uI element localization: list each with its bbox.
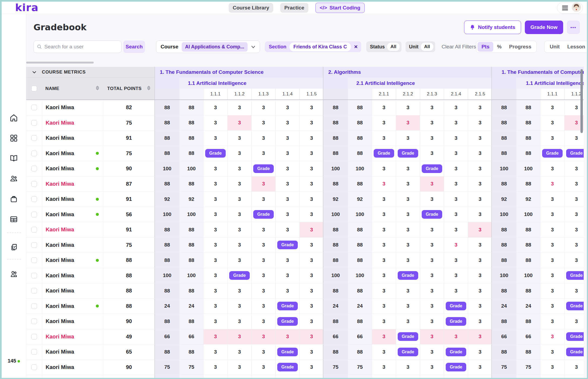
step-score-cell[interactable]: 3 — [444, 253, 468, 268]
student-name[interactable]: Kaori Miwa — [42, 253, 103, 268]
grade-button[interactable]: Grade — [229, 271, 250, 280]
step-score-cell[interactable]: 3 — [251, 283, 275, 298]
step-score-cell[interactable]: 3 — [444, 100, 468, 115]
unit-filter[interactable]: Unit All — [405, 41, 435, 52]
step-score-cell[interactable]: 3 — [299, 131, 323, 146]
step-score-cell[interactable]: 3 — [299, 253, 323, 268]
step-score-cell[interactable]: 3 — [540, 299, 564, 314]
grade-cell[interactable]: Grade — [564, 344, 584, 360]
step-score-cell[interactable]: 3 — [299, 329, 323, 344]
step-score-cell[interactable]: 3 — [251, 253, 275, 268]
step-score-cell[interactable]: 3 — [275, 283, 299, 298]
student-name[interactable]: Kaori Miwa — [42, 207, 103, 222]
toggle-unit[interactable]: Unit — [546, 42, 563, 52]
step-score-cell[interactable]: 3 — [227, 207, 251, 222]
search-input[interactable] — [44, 44, 118, 50]
student-name[interactable]: Kaori Miwa — [42, 192, 103, 207]
step-score-cell[interactable]: 3 — [227, 344, 251, 360]
step-column-header[interactable]: 1.1.4 — [275, 89, 299, 99]
step-score-cell[interactable]: 3 — [468, 344, 491, 360]
step-score-cell[interactable]: 3 — [468, 100, 491, 115]
grade-button[interactable]: Grade — [446, 348, 466, 356]
step-score-cell[interactable]: 3 — [444, 161, 468, 176]
step-score-cell[interactable]: 3 — [275, 100, 299, 115]
step-score-cell[interactable]: 3 — [540, 360, 564, 375]
row-checkbox[interactable] — [31, 105, 37, 110]
step-score-cell[interactable]: 3 — [227, 161, 251, 176]
step-score-cell[interactable]: 3 — [299, 222, 323, 237]
nav-start-coding[interactable]: </> Start Coding — [315, 3, 364, 13]
grade-button[interactable]: Grade — [566, 149, 584, 158]
step-score-cell[interactable]: 3 — [203, 360, 227, 375]
step-score-cell[interactable]: 3 — [396, 177, 420, 192]
more-options-button[interactable]: ••• — [567, 21, 580, 34]
step-score-cell[interactable]: 3 — [299, 344, 323, 360]
step-score-cell[interactable]: 3 — [564, 238, 584, 253]
row-checkbox[interactable] — [31, 166, 37, 171]
step-score-cell[interactable]: 3 — [275, 177, 299, 192]
toggle-lesson[interactable]: Lesson — [563, 42, 587, 52]
student-name[interactable]: Kaori Miwa — [42, 100, 103, 115]
step-score-cell[interactable]: 3 — [275, 192, 299, 207]
grade-button[interactable]: Grade — [422, 210, 442, 219]
toggle-pts[interactable]: Pts — [478, 42, 493, 52]
step-score-cell[interactable]: 3 — [540, 192, 564, 207]
step-score-cell[interactable]: 3 — [203, 314, 227, 329]
step-score-cell[interactable]: 3 — [372, 314, 396, 329]
row-checkbox[interactable] — [31, 135, 37, 141]
step-score-cell[interactable]: 3 — [372, 100, 396, 115]
grade-button[interactable]: Grade — [566, 348, 584, 356]
row-checkbox[interactable] — [31, 334, 37, 340]
student-name[interactable]: Kaori Miwa — [42, 238, 103, 253]
step-score-cell[interactable]: 3 — [372, 222, 396, 237]
row-checkbox[interactable] — [31, 303, 37, 309]
home-icon[interactable] — [9, 114, 18, 122]
collapse-caret-icon[interactable] — [32, 71, 36, 74]
grade-cell[interactable]: Grade — [372, 146, 396, 161]
grade-cell[interactable]: Grade — [227, 268, 251, 283]
row-checkbox[interactable] — [31, 318, 37, 324]
step-score-cell[interactable]: 3 — [275, 146, 299, 161]
step-score-cell[interactable]: 3 — [203, 238, 227, 253]
step-score-cell[interactable]: 3 — [420, 283, 444, 298]
grade-button[interactable]: Grade — [277, 241, 298, 249]
step-score-cell[interactable]: 3 — [420, 131, 444, 146]
row-checkbox[interactable] — [31, 242, 37, 248]
step-score-cell[interactable]: 3 — [540, 314, 564, 329]
vertical-scrollbar[interactable] — [580, 69, 583, 133]
step-score-cell[interactable]: 3 — [251, 375, 275, 378]
step-score-cell[interactable]: 3 — [275, 268, 299, 283]
step-column-header[interactable]: 2.1.1 — [372, 89, 396, 99]
step-column-header[interactable]: 1.1.2 — [227, 89, 251, 99]
search-button[interactable]: Search — [123, 41, 145, 53]
step-score-cell[interactable]: 3 — [420, 375, 444, 378]
step-score-cell[interactable]: 3 — [468, 360, 491, 375]
step-score-cell[interactable]: 3 — [251, 344, 275, 360]
account-menu[interactable] — [557, 2, 583, 14]
step-score-cell[interactable]: 3 — [420, 314, 444, 329]
step-score-cell[interactable]: 3 — [420, 192, 444, 207]
step-score-cell[interactable]: 3 — [444, 283, 468, 298]
step-score-cell[interactable]: 3 — [227, 238, 251, 253]
grade-cell[interactable]: Grade — [564, 299, 584, 314]
step-score-cell[interactable]: 3 — [299, 375, 323, 378]
step-score-cell[interactable]: 3 — [275, 222, 299, 237]
row-checkbox[interactable] — [31, 120, 37, 126]
row-checkbox[interactable] — [31, 288, 37, 294]
step-score-cell[interactable]: 3 — [468, 161, 491, 176]
step-column-header[interactable]: 2.1.4 — [444, 89, 468, 99]
step-score-cell[interactable]: 3 — [299, 146, 323, 161]
grade-button[interactable]: Grade — [398, 332, 418, 341]
step-score-cell[interactable]: 3 — [396, 314, 420, 329]
row-checkbox[interactable] — [31, 364, 37, 370]
step-score-cell[interactable]: 3 — [227, 283, 251, 298]
step-score-cell[interactable]: 3 — [203, 192, 227, 207]
grade-cell[interactable]: Grade — [444, 314, 468, 329]
row-checkbox[interactable] — [31, 227, 37, 232]
step-score-cell[interactable]: 3 — [251, 100, 275, 115]
step-score-cell[interactable]: 3 — [468, 375, 491, 378]
step-score-cell[interactable]: 3 — [540, 344, 564, 360]
student-name[interactable]: Kaori Miwa — [42, 375, 103, 378]
toggle-percent[interactable]: % — [493, 42, 505, 52]
step-score-cell[interactable]: 3 — [372, 131, 396, 146]
